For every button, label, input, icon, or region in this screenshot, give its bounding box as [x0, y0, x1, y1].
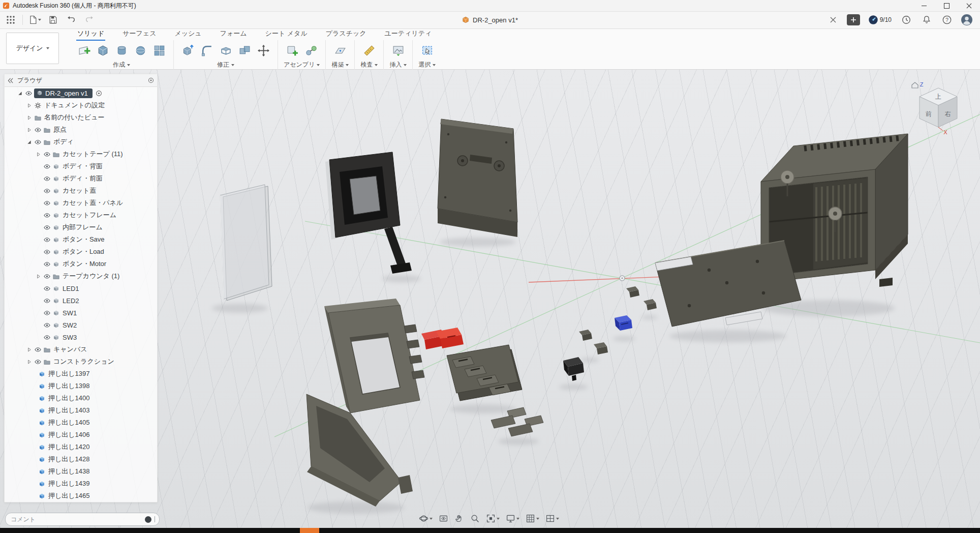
visibility-eye-icon[interactable]: [33, 359, 42, 365]
visibility-eye-icon[interactable]: [42, 261, 51, 268]
tab-surface[interactable]: サーフェス: [121, 27, 157, 41]
sphere-button[interactable]: [132, 42, 149, 59]
shell-button[interactable]: [217, 42, 234, 59]
save-button[interactable]: [46, 13, 59, 26]
browser-item-extrude-1439[interactable]: 押し出し1439: [5, 478, 157, 490]
taskbar-active-app-indicator[interactable]: [300, 528, 319, 533]
part-front-console[interactable]: [307, 299, 424, 507]
extrude-button[interactable]: [94, 42, 111, 59]
user-avatar[interactable]: [961, 14, 973, 26]
close-button[interactable]: [958, 0, 980, 11]
tab-plastic[interactable]: プラスチック: [325, 27, 368, 41]
app-grid-button[interactable]: [4, 13, 17, 26]
pan-button[interactable]: [453, 513, 466, 524]
browser-item-extrude-1397[interactable]: 押し出し1397: [5, 368, 157, 380]
expand-arrow-icon[interactable]: [25, 360, 33, 364]
orbit-button[interactable]: [417, 513, 434, 524]
browser-item-origin[interactable]: 原点: [5, 124, 157, 136]
expand-arrow-icon[interactable]: [25, 140, 33, 144]
minimize-button[interactable]: [913, 0, 935, 11]
expand-arrow-icon[interactable]: [34, 152, 42, 157]
visibility-eye-icon[interactable]: [42, 285, 51, 292]
browser-item-sw3[interactable]: SW3: [5, 331, 157, 343]
browser-item-extrude-1438[interactable]: 押し出し1438: [5, 465, 157, 478]
browser-item-document-settings[interactable]: ドキュメントの設定: [5, 99, 157, 111]
comment-input[interactable]: [10, 515, 142, 523]
browser-item-extrude-1428[interactable]: 押し出し1428: [5, 453, 157, 465]
tab-sheet-metal[interactable]: シート メタル: [264, 27, 309, 41]
look-at-button[interactable]: [437, 513, 450, 524]
browser-item-extrude-1406[interactable]: 押し出し1406: [5, 429, 157, 441]
visibility-eye-icon[interactable]: [42, 334, 51, 341]
extensions-button[interactable]: 9/10: [867, 13, 893, 26]
browser-item-body-back[interactable]: ボディ・背面: [5, 160, 157, 172]
visibility-eye-icon[interactable]: [33, 127, 42, 133]
expand-arrow-icon[interactable]: [25, 115, 33, 120]
fit-button[interactable]: [484, 513, 501, 524]
browser-item-canvases[interactable]: キャンバス: [5, 343, 157, 356]
viewports-button[interactable]: [544, 513, 561, 524]
undo-button[interactable]: [65, 13, 78, 26]
tab-solid[interactable]: ソリッド: [76, 27, 105, 41]
browser-item-extrude-1420[interactable]: 押し出し1420: [5, 441, 157, 453]
visibility-eye-icon[interactable]: [42, 310, 51, 316]
browser-item-cassette-lid[interactable]: カセット蓋: [5, 185, 157, 197]
pattern-button[interactable]: [150, 42, 168, 59]
joint-button[interactable]: [302, 42, 320, 59]
group-create-menu[interactable]: 作成: [113, 61, 130, 69]
maximize-button[interactable]: [935, 0, 958, 11]
redo-button[interactable]: [83, 13, 96, 26]
job-status-button[interactable]: [900, 13, 913, 26]
group-modify-menu[interactable]: 修正: [217, 61, 234, 69]
browser-item-cassette-lid-panel[interactable]: カセット蓋・パネル: [5, 197, 157, 209]
visibility-eye-icon[interactable]: [42, 163, 51, 170]
visibility-eye-icon[interactable]: [42, 236, 51, 243]
visibility-eye-icon[interactable]: [42, 151, 51, 158]
part-back-panel[interactable]: [438, 119, 517, 237]
expand-arrow-icon[interactable]: [25, 103, 33, 108]
new-component-button[interactable]: [284, 42, 301, 59]
browser-item-sw1[interactable]: SW1: [5, 307, 157, 319]
browser-item-construction[interactable]: コンストラクション: [5, 356, 157, 368]
new-tab-button[interactable]: [847, 14, 860, 25]
comment-submit-icon[interactable]: [145, 516, 151, 523]
activate-component-radio[interactable]: [95, 90, 104, 97]
expand-arrow-icon[interactable]: [25, 128, 33, 132]
display-settings-button[interactable]: [504, 513, 521, 524]
group-select-menu[interactable]: 選択: [418, 61, 436, 69]
move-button[interactable]: [255, 42, 272, 59]
windows-taskbar[interactable]: [0, 528, 980, 533]
part-display-frame[interactable]: [325, 152, 412, 274]
visibility-eye-icon[interactable]: [42, 249, 51, 255]
part-blue-component[interactable]: [615, 315, 632, 331]
browser-item-bodies[interactable]: ボディ: [5, 136, 157, 148]
browser-item-named-views[interactable]: 名前の付いたビュー: [5, 111, 157, 124]
browser-item-extrude-1400[interactable]: 押し出し1400: [5, 392, 157, 404]
expand-arrow-icon[interactable]: [16, 91, 24, 96]
root-document-pill[interactable]: DR-2_open v1: [34, 88, 93, 98]
visibility-eye-icon[interactable]: [42, 322, 51, 329]
workspace-selector[interactable]: デザイン: [6, 33, 59, 64]
visibility-eye-icon[interactable]: [42, 273, 51, 280]
display-settings-icon[interactable]: [148, 77, 154, 83]
visibility-eye-icon[interactable]: [42, 212, 51, 219]
browser-item-extrude-1465[interactable]: 押し出し1465: [5, 490, 157, 502]
press-pull-button[interactable]: [179, 42, 197, 59]
browser-item-button-motor[interactable]: ボタン・Motor: [5, 258, 157, 270]
browser-item-led1[interactable]: LED1: [5, 282, 157, 294]
tab-form[interactable]: フォーム: [219, 27, 248, 41]
browser-item-cassette-tape[interactable]: カセットテープ (11): [5, 148, 157, 160]
browser-item-inner-frame[interactable]: 内部フレーム: [5, 221, 157, 233]
browser-item-tape-counter[interactable]: テープカウンタ (1): [5, 270, 157, 282]
browser-item-button-load[interactable]: ボタン・Load: [5, 246, 157, 258]
browser-item-extrude-1398[interactable]: 押し出し1398: [5, 380, 157, 392]
select-button[interactable]: [418, 42, 436, 59]
visibility-eye-icon[interactable]: [42, 224, 51, 231]
visibility-eye-icon[interactable]: [33, 139, 42, 145]
visibility-eye-icon[interactable]: [42, 175, 51, 182]
combine-button[interactable]: [236, 42, 253, 59]
browser-item-root[interactable]: DR-2_open v1: [5, 87, 157, 99]
tab-mesh[interactable]: メッシュ: [173, 27, 202, 41]
visibility-eye-icon[interactable]: [42, 298, 51, 304]
notifications-button[interactable]: [920, 13, 933, 26]
